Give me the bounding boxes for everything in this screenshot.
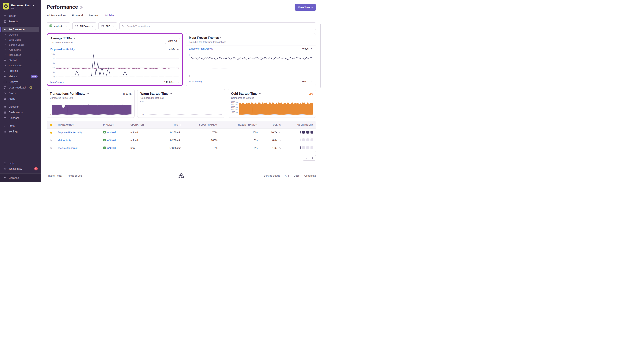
metrics-icon <box>3 75 7 78</box>
search-input[interactable] <box>126 24 313 28</box>
transaction-link[interactable]: EmpowerPlantActivity <box>50 48 75 51</box>
sidebar-item-alerts[interactable]: Alerts <box>2 96 39 102</box>
transaction-link[interactable]: EmpowerPlantActivity <box>58 131 82 134</box>
transaction-link[interactable]: MainActivity <box>189 80 202 83</box>
misery-bar <box>303 138 304 142</box>
tab-mobile[interactable]: Mobile <box>105 14 114 19</box>
project-link[interactable]: android <box>103 131 116 134</box>
sidebar-item-help[interactable]: Help <box>2 160 39 166</box>
sidebar-item-stats[interactable]: Stats <box>2 123 39 129</box>
globe-icon <box>75 24 78 28</box>
y-tick-label: 0 <box>142 114 144 116</box>
column-header-operation[interactable]: OPERATION <box>128 121 157 128</box>
sidebar-item-whats-new[interactable]: What's new5 <box>2 166 39 172</box>
warm-startup-selector[interactable]: Warm Startup Time <box>140 92 172 96</box>
average-ttids-selector[interactable]: Average TTIDs <box>50 36 76 40</box>
sidebar-item-interactions[interactable]: Interactions <box>2 63 39 68</box>
column-header-user-misery[interactable]: USER MISERY <box>283 121 316 128</box>
help-icon[interactable] <box>80 6 83 9</box>
sidebar-item-releases[interactable]: Releases <box>2 115 39 121</box>
column-header-slow-frame[interactable]: SLOW FRAME % <box>184 121 220 128</box>
previous-page-button[interactable] <box>303 155 309 160</box>
transaction-link[interactable]: EmpowerPlantActivity <box>189 47 213 50</box>
sidebar-item-discover[interactable]: Discover <box>2 104 39 110</box>
column-header-users[interactable]: USERS <box>260 121 283 128</box>
environment-filter[interactable]: All Envs <box>72 22 96 30</box>
chevron-down-icon <box>259 92 261 95</box>
users-count: 10.7k <box>271 131 277 134</box>
misery-bar <box>303 130 304 134</box>
scrollbar-thumb[interactable] <box>320 24 321 88</box>
sidebar-item-replays[interactable]: Replays <box>2 79 39 85</box>
column-header-transaction[interactable]: TRANSACTION <box>55 121 101 128</box>
star-icon <box>3 59 7 62</box>
footer-link-api[interactable]: API <box>285 174 289 177</box>
sidebar-item-user-feedback[interactable]: User FeedbackB <box>2 85 39 90</box>
org-switcher[interactable]: Empower Plant Nar <box>0 0 41 13</box>
project-link[interactable]: android <box>103 138 116 142</box>
collapse-label: Collapse <box>9 176 19 180</box>
starred-icon[interactable] <box>50 131 52 134</box>
project-link[interactable]: android <box>103 146 116 149</box>
star-column-header[interactable] <box>47 121 55 128</box>
sidebar-item-label: Alerts <box>9 97 15 100</box>
misery-bar <box>309 130 310 134</box>
scrollbar[interactable] <box>320 0 322 182</box>
sidebar-item-queries[interactable]: Queries <box>2 32 39 37</box>
column-header-project[interactable]: PROJECT <box>101 121 128 128</box>
warm-startup-chart <box>145 102 222 114</box>
footer-link-terms-of-use[interactable]: Terms of Use <box>67 174 82 177</box>
collapse-chart-button[interactable] <box>310 48 313 50</box>
slow-frame-cell: 100% <box>184 136 220 144</box>
sidebar-item-performance[interactable]: Performance <box>2 27 39 32</box>
view-trends-button[interactable]: View Trends <box>295 4 316 10</box>
sidebar-item-label: Releases <box>9 116 20 120</box>
users-cell: 8.8k <box>272 138 281 142</box>
sidebar-item-label: Starfish <box>9 59 17 62</box>
misery-bar <box>303 146 304 149</box>
sidebar-item-resources[interactable]: Resources <box>2 52 39 58</box>
footer-link-privacy-policy[interactable]: Privacy Policy <box>47 174 62 177</box>
footer-link-service-status[interactable]: Service Status <box>264 174 280 177</box>
collapse-button[interactable]: Collapse <box>0 174 41 182</box>
date-range-filter[interactable]: 30D <box>99 22 117 30</box>
frozen-frame-cell: 0% <box>220 136 260 144</box>
sidebar-item-metrics[interactable]: Metricsbeta <box>2 74 39 79</box>
cold-startup-selector[interactable]: Cold Startup Time <box>231 92 261 96</box>
transaction-link[interactable]: MainActivity <box>50 81 64 84</box>
expand-chart-button[interactable] <box>177 81 179 83</box>
chevron-up-icon <box>36 59 38 61</box>
collapse-chart-button[interactable] <box>177 48 179 50</box>
star-outline-icon[interactable] <box>50 146 52 150</box>
search-icon <box>122 24 125 28</box>
y-tick-label: 0 <box>50 114 51 116</box>
sidebar-item-settings[interactable]: Settings <box>2 129 39 134</box>
transaction-link[interactable]: MainActivity <box>58 139 71 142</box>
sidebar-item-app-starts[interactable]: App Starts <box>2 47 39 52</box>
column-header-frozen-frame[interactable]: FROZEN FRAME % <box>220 121 260 128</box>
column-header-tpm[interactable]: TPM <box>157 121 184 128</box>
sidebar-item-web-vitals[interactable]: Web Vitals <box>2 37 39 42</box>
chevron-down-icon <box>65 25 67 27</box>
view-all-button[interactable]: View All <box>165 38 180 44</box>
next-page-button[interactable] <box>309 155 316 160</box>
sidebar-item-projects[interactable]: Projects <box>2 19 39 24</box>
tab-frontend[interactable]: Frontend <box>72 14 83 19</box>
expand-chart-button[interactable] <box>310 80 313 83</box>
sidebar-item-starfish[interactable]: Starfish <box>2 58 39 63</box>
tab-all-transactions[interactable]: All Transactions <box>47 14 66 19</box>
tpm-selector[interactable]: Transactions Per Minute <box>50 92 89 96</box>
sidebar-item-crons[interactable]: Crons <box>2 90 39 96</box>
sidebar-item-profiling[interactable]: Profiling <box>2 68 39 74</box>
footer-link-docs[interactable]: Docs <box>294 174 299 177</box>
transaction-link[interactable]: checkout [android] <box>58 146 78 150</box>
sidebar-item-issues[interactable]: Issues <box>2 13 39 19</box>
project-filter[interactable]: android <box>47 22 70 30</box>
most-frozen-frames-selector[interactable]: Most Frozen Frames <box>189 36 222 40</box>
footer-link-contribute[interactable]: Contribute <box>304 174 316 177</box>
org-name: Empower Plant <box>11 4 31 7</box>
tab-backend[interactable]: Backend <box>88 14 100 19</box>
sidebar-item-screen-loads[interactable]: Screen Loads <box>2 42 39 47</box>
sidebar-item-dashboards[interactable]: Dashboards <box>2 110 39 115</box>
star-outline-icon[interactable] <box>50 139 52 142</box>
